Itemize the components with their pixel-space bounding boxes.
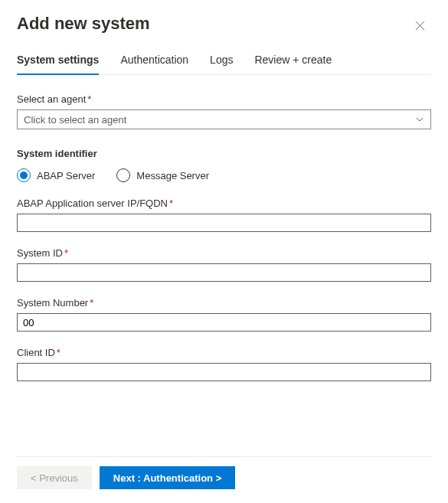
close-button[interactable] — [408, 14, 431, 37]
chevron-down-icon — [415, 115, 424, 124]
tab-system-settings[interactable]: System settings — [17, 54, 99, 75]
tab-authentication[interactable]: Authentication — [120, 54, 188, 75]
next-button[interactable]: Next : Authentication > — [100, 466, 235, 489]
close-icon — [415, 21, 425, 31]
system-identifier-heading: System identifier — [17, 148, 431, 159]
agent-select[interactable]: Click to select an agent — [17, 109, 431, 129]
tab-bar: System settings Authentication Logs Revi… — [17, 54, 431, 75]
system-number-label: System Number* — [17, 297, 431, 309]
radio-icon — [116, 168, 130, 182]
radio-abap-server[interactable]: ABAP Server — [17, 168, 95, 182]
radio-message-server[interactable]: Message Server — [116, 168, 209, 182]
client-id-input[interactable] — [17, 363, 431, 381]
agent-label: Select an agent* — [17, 93, 431, 105]
system-number-input[interactable] — [17, 313, 431, 332]
previous-button[interactable]: < Previous — [17, 466, 92, 489]
radio-icon — [17, 168, 31, 182]
tab-logs[interactable]: Logs — [210, 54, 233, 75]
system-id-label: System ID* — [17, 247, 431, 259]
agent-select-placeholder: Click to select an agent — [24, 114, 126, 126]
abap-server-input[interactable] — [17, 214, 431, 232]
client-id-label: Client ID* — [17, 347, 431, 358]
radio-message-label: Message Server — [136, 170, 209, 181]
radio-abap-label: ABAP Server — [37, 170, 95, 181]
tab-review-create[interactable]: Review + create — [254, 54, 332, 75]
system-id-input[interactable] — [17, 263, 431, 282]
page-title: Add new system — [17, 14, 150, 34]
abap-server-label: ABAP Application server IP/FQDN* — [17, 198, 431, 209]
